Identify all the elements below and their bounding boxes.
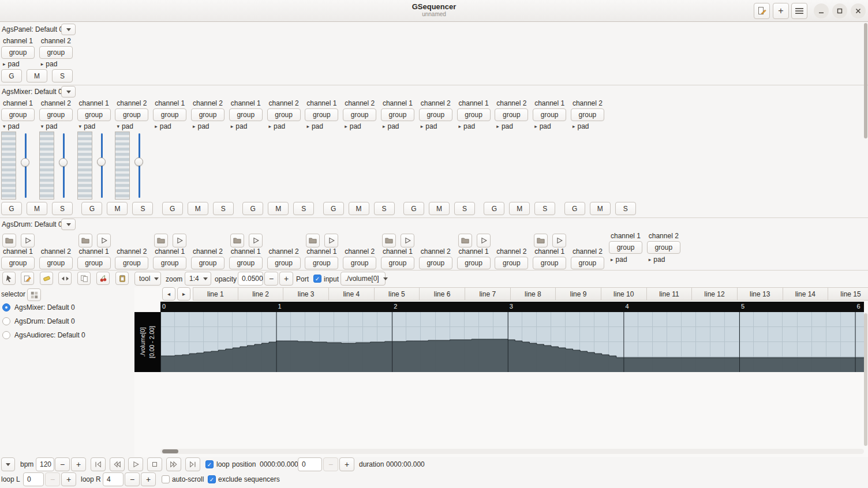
line-tab[interactable]: line 13 xyxy=(738,287,783,301)
selector-option[interactable]: AgsAudiorec: Default 0 xyxy=(2,331,85,339)
slider-handle[interactable] xyxy=(97,157,106,166)
editor-vertical-scrollbar-thumb[interactable] xyxy=(864,313,867,446)
group-toggle-button[interactable]: G xyxy=(81,202,102,215)
maximize-button[interactable] xyxy=(832,3,847,18)
rewind-button[interactable] xyxy=(110,457,125,471)
group-button[interactable]: group xyxy=(153,257,186,269)
group-button[interactable]: group xyxy=(267,108,301,121)
minimize-button[interactable] xyxy=(814,3,829,18)
paste-button[interactable] xyxy=(115,272,129,285)
automation-canvas[interactable] xyxy=(160,312,864,372)
scrollbar-thumb[interactable] xyxy=(162,449,178,453)
line-tab[interactable]: line 1 xyxy=(193,287,238,301)
open-audio-file-button[interactable] xyxy=(458,234,472,247)
machine-menu-button[interactable] xyxy=(61,24,76,35)
group-button[interactable]: group xyxy=(381,108,414,121)
play-sample-button[interactable] xyxy=(249,234,263,247)
automation-grid[interactable] xyxy=(160,312,864,372)
group-toggle-button[interactable]: G xyxy=(242,202,263,215)
position-input[interactable]: 0 xyxy=(298,457,322,471)
group-toggle-button[interactable]: G xyxy=(1,202,22,215)
opacity-increment-button[interactable]: + xyxy=(279,272,293,286)
group-button[interactable]: group xyxy=(39,46,73,59)
pad-expander[interactable]: ▾pad xyxy=(39,122,73,130)
stop-button[interactable] xyxy=(147,457,162,471)
solo-toggle-button[interactable]: S xyxy=(454,202,475,215)
group-button[interactable]: group xyxy=(1,108,35,121)
pad-expander[interactable]: ▸pad xyxy=(381,122,414,130)
play-sample-button[interactable] xyxy=(401,234,414,247)
group-button[interactable]: group xyxy=(533,108,566,121)
group-button[interactable]: group xyxy=(571,108,604,121)
loop-l-input[interactable]: 0 xyxy=(23,472,44,486)
tool-dropdown[interactable]: tool xyxy=(134,272,161,286)
loop-l-increment-button[interactable]: + xyxy=(61,472,76,486)
group-button[interactable]: group xyxy=(39,108,73,121)
solo-toggle-button[interactable]: S xyxy=(52,69,73,82)
group-button[interactable]: group xyxy=(115,257,148,269)
pad-expander[interactable]: ▸pad xyxy=(495,122,528,130)
bpm-increment-button[interactable]: + xyxy=(71,457,86,471)
open-audio-file-button[interactable] xyxy=(78,234,92,247)
pad-expander[interactable]: ▸pad xyxy=(647,256,680,264)
seek-end-button[interactable] xyxy=(185,457,200,471)
mute-toggle-button[interactable]: M xyxy=(349,202,369,215)
position-ruler[interactable]: 0123456 xyxy=(160,302,864,312)
group-button[interactable]: group xyxy=(419,108,452,121)
group-button[interactable]: group xyxy=(1,46,35,59)
tabs-scroll-left-button[interactable]: ◂ xyxy=(162,287,175,301)
line-tab[interactable]: line 9 xyxy=(556,287,601,301)
position-tool-button[interactable] xyxy=(2,272,16,285)
pad-expander[interactable]: ▸pad xyxy=(571,122,604,130)
group-button[interactable]: group xyxy=(305,108,338,121)
slider-handle[interactable] xyxy=(21,158,29,167)
volume-slider[interactable] xyxy=(19,132,32,200)
mute-toggle-button[interactable]: M xyxy=(590,202,611,215)
loop-checkbox[interactable]: ✓ xyxy=(205,460,214,468)
pad-expander[interactable]: ▾pad xyxy=(77,122,111,130)
port-dropdown[interactable]: ./volume[0] xyxy=(341,272,386,286)
mute-toggle-button[interactable]: M xyxy=(509,202,530,215)
radio-button[interactable] xyxy=(2,317,10,325)
position-increment-button[interactable]: + xyxy=(339,457,354,471)
solo-toggle-button[interactable]: S xyxy=(213,202,234,215)
play-sample-button[interactable] xyxy=(21,234,35,247)
tabs-scroll-right-button[interactable]: ▸ xyxy=(177,287,190,301)
play-sample-button[interactable] xyxy=(477,234,491,247)
group-button[interactable]: group xyxy=(457,257,491,269)
group-button[interactable]: group xyxy=(39,257,73,269)
group-button[interactable]: group xyxy=(495,257,528,269)
group-toggle-button[interactable]: G xyxy=(564,202,585,215)
pad-expander[interactable]: ▾pad xyxy=(1,122,35,130)
group-button[interactable]: group xyxy=(267,257,301,269)
group-button[interactable]: group xyxy=(1,257,35,269)
zoom-dropdown[interactable]: 1:4 xyxy=(185,272,211,286)
mute-toggle-button[interactable]: M xyxy=(268,202,289,215)
group-button[interactable]: group xyxy=(571,257,604,269)
line-tab[interactable]: line 7 xyxy=(465,287,511,301)
seek-start-button[interactable] xyxy=(91,457,106,471)
volume-slider[interactable] xyxy=(57,132,70,200)
group-button[interactable]: group xyxy=(457,108,491,121)
line-tab[interactable]: line 4 xyxy=(329,287,375,301)
open-audio-file-button[interactable] xyxy=(230,234,244,247)
open-audio-file-button[interactable] xyxy=(154,234,168,247)
pad-expander[interactable]: ▸pad xyxy=(153,122,186,130)
pad-expander[interactable]: ▸pad xyxy=(1,60,35,68)
line-tab[interactable]: line 14 xyxy=(783,287,829,301)
add-machine-button[interactable]: + xyxy=(773,3,789,19)
opacity-decrement-button[interactable]: − xyxy=(264,272,278,286)
solo-toggle-button[interactable]: S xyxy=(374,202,395,215)
pad-expander[interactable]: ▸pad xyxy=(343,122,376,130)
pad-expander[interactable]: ▸pad xyxy=(39,60,73,68)
group-button[interactable]: group xyxy=(229,257,263,269)
group-button[interactable]: group xyxy=(115,108,148,121)
selector-option[interactable]: AgsDrum: Default 0 xyxy=(2,317,75,325)
selector-option[interactable]: AgsMixer: Default 0 xyxy=(2,303,75,311)
bpm-decrement-button[interactable]: − xyxy=(55,457,70,471)
group-toggle-button[interactable]: G xyxy=(403,202,424,215)
group-button[interactable]: group xyxy=(77,108,111,121)
editor-horizontal-scrollbar[interactable] xyxy=(160,449,864,454)
group-button[interactable]: group xyxy=(419,257,452,269)
group-button[interactable]: group xyxy=(647,241,680,254)
